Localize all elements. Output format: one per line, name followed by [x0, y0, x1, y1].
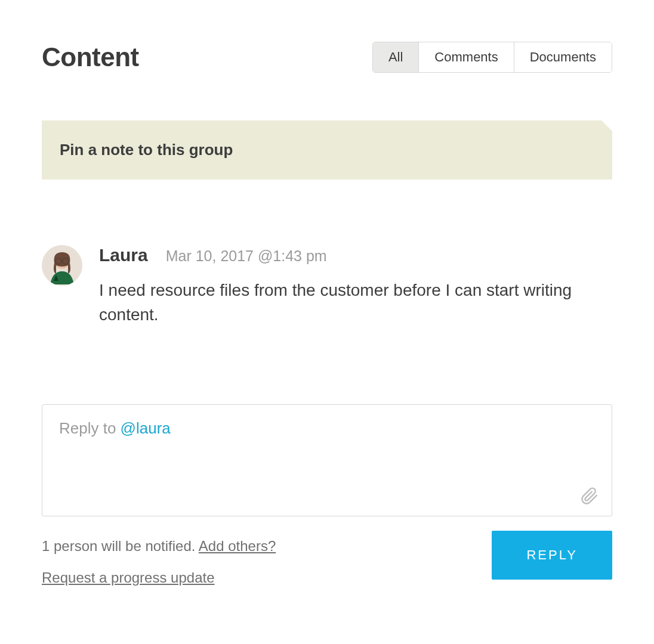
- reply-placeholder-prefix: Reply to: [59, 419, 121, 437]
- request-update-link[interactable]: Request a progress update: [42, 562, 276, 594]
- reply-mention: @laura: [121, 419, 171, 437]
- header-row: Content All Comments Documents: [42, 42, 612, 73]
- comment-body: Laura Mar 10, 2017 @1:43 pm I need resou…: [99, 245, 612, 327]
- pin-note-text: Pin a note to this group: [60, 141, 233, 159]
- reply-placeholder: Reply to @laura: [59, 419, 171, 437]
- comment-item: Laura Mar 10, 2017 @1:43 pm I need resou…: [42, 245, 612, 327]
- comment-text: I need resource files from the customer …: [99, 278, 612, 327]
- notify-text: 1 person will be notified.: [42, 538, 199, 554]
- tab-all[interactable]: All: [373, 42, 419, 72]
- reply-input[interactable]: Reply to @laura: [42, 404, 612, 516]
- tab-comments[interactable]: Comments: [419, 42, 514, 72]
- pin-note-banner[interactable]: Pin a note to this group: [42, 120, 612, 179]
- page-title: Content: [42, 42, 139, 72]
- comment-timestamp: Mar 10, 2017 @1:43 pm: [166, 247, 327, 265]
- filter-tabs: All Comments Documents: [372, 42, 612, 73]
- add-others-link[interactable]: Add others?: [199, 538, 276, 554]
- reply-footer-left: 1 person will be notified. Add others? R…: [42, 531, 276, 594]
- tab-documents[interactable]: Documents: [514, 42, 612, 72]
- avatar: [42, 245, 82, 286]
- reply-button[interactable]: REPLY: [492, 531, 612, 580]
- paperclip-icon[interactable]: [581, 487, 599, 505]
- comment-meta: Laura Mar 10, 2017 @1:43 pm: [99, 245, 612, 265]
- comment-author: Laura: [99, 245, 148, 265]
- reply-footer: 1 person will be notified. Add others? R…: [42, 531, 612, 594]
